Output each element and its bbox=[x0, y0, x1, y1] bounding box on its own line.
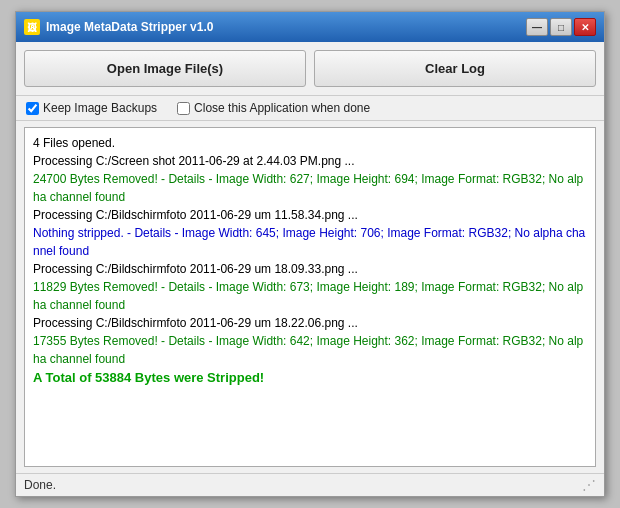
open-files-button[interactable]: Open Image File(s) bbox=[24, 50, 306, 87]
log-line: Processing C:/Screen shot 2011-06-29 at … bbox=[33, 152, 587, 170]
titlebar: 🖼 Image MetaData Stripper v1.0 — □ ✕ bbox=[16, 12, 604, 42]
clear-log-button[interactable]: Clear Log bbox=[314, 50, 596, 87]
log-line: Nothing stripped. - Details - Image Widt… bbox=[33, 224, 587, 260]
toolbar: Open Image File(s) Clear Log bbox=[16, 42, 604, 96]
log-line: Processing C:/Bildschirmfoto 2011-06-29 … bbox=[33, 314, 587, 332]
resize-icon: ⋰ bbox=[582, 477, 596, 493]
log-line: 24700 Bytes Removed! - Details - Image W… bbox=[33, 170, 587, 206]
statusbar: Done. ⋰ bbox=[16, 473, 604, 496]
close-button[interactable]: ✕ bbox=[574, 18, 596, 36]
maximize-button[interactable]: □ bbox=[550, 18, 572, 36]
keep-backups-checkbox[interactable] bbox=[26, 102, 39, 115]
log-line: Processing C:/Bildschirmfoto 2011-06-29 … bbox=[33, 260, 587, 278]
close-when-done-option[interactable]: Close this Application when done bbox=[177, 101, 370, 115]
minimize-button[interactable]: — bbox=[526, 18, 548, 36]
close-when-done-checkbox[interactable] bbox=[177, 102, 190, 115]
log-line: A Total of 53884 Bytes were Stripped! bbox=[33, 368, 587, 388]
window-title: Image MetaData Stripper v1.0 bbox=[46, 20, 213, 34]
options-bar: Keep Image Backups Close this Applicatio… bbox=[16, 96, 604, 121]
log-line: Processing C:/Bildschirmfoto 2011-06-29 … bbox=[33, 206, 587, 224]
log-line: 4 Files opened. bbox=[33, 134, 587, 152]
log-line: 17355 Bytes Removed! - Details - Image W… bbox=[33, 332, 587, 368]
main-window: 🖼 Image MetaData Stripper v1.0 — □ ✕ Ope… bbox=[15, 11, 605, 497]
close-when-done-label: Close this Application when done bbox=[194, 101, 370, 115]
titlebar-controls: — □ ✕ bbox=[526, 18, 596, 36]
app-icon: 🖼 bbox=[24, 19, 40, 35]
titlebar-left: 🖼 Image MetaData Stripper v1.0 bbox=[24, 19, 213, 35]
log-line: 11829 Bytes Removed! - Details - Image W… bbox=[33, 278, 587, 314]
keep-backups-option[interactable]: Keep Image Backups bbox=[26, 101, 157, 115]
log-area: 4 Files opened.Processing C:/Screen shot… bbox=[24, 127, 596, 467]
keep-backups-label: Keep Image Backups bbox=[43, 101, 157, 115]
status-text: Done. bbox=[24, 478, 56, 492]
